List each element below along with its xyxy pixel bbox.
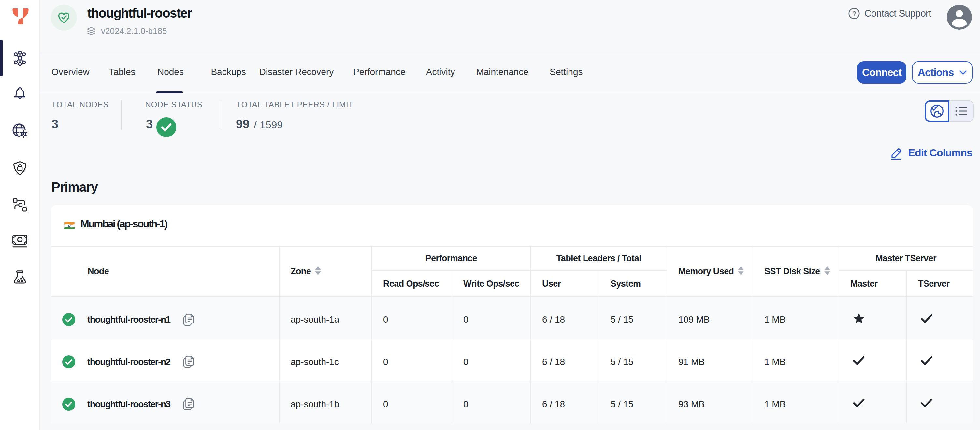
svg-text:?: ?: [852, 10, 856, 17]
